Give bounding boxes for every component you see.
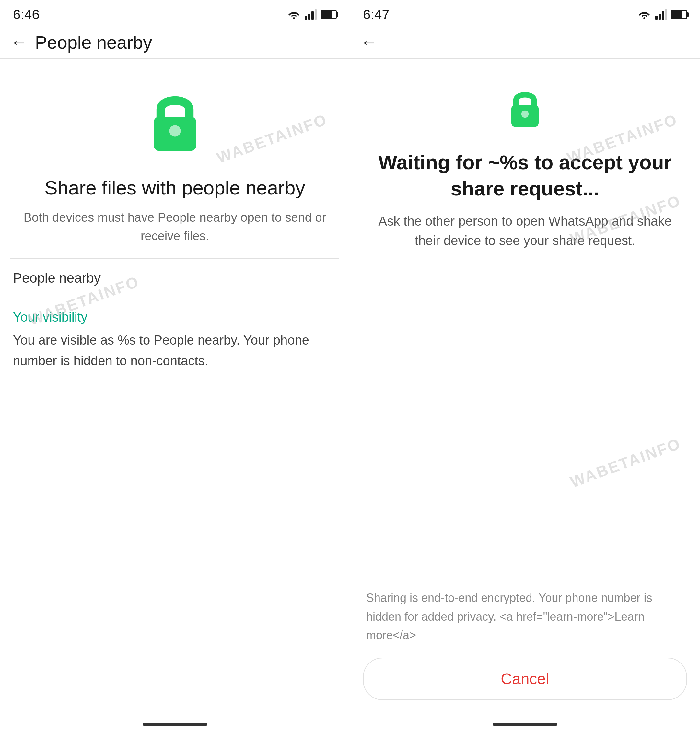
content-right: Waiting for ~%s to accept your share req… — [350, 59, 700, 713]
lock-icon-left — [139, 85, 211, 156]
svg-rect-4 — [315, 9, 317, 20]
cancel-button[interactable]: Cancel — [363, 658, 687, 700]
visibility-label: Your visibility — [0, 298, 350, 330]
status-bar-right: 6:47 — [350, 0, 700, 26]
lock-icon-container-right — [350, 59, 700, 149]
svg-point-0 — [293, 17, 295, 19]
svg-rect-9 — [659, 13, 661, 20]
waiting-title: Waiting for ~%s to accept your share req… — [350, 149, 700, 211]
back-button-left[interactable]: ← — [10, 34, 27, 50]
nav-bar-right — [350, 713, 700, 739]
status-time-right: 6:47 — [363, 7, 390, 22]
signal-icon-left — [305, 9, 317, 20]
svg-rect-2 — [308, 13, 310, 20]
svg-rect-10 — [662, 11, 664, 20]
nav-indicator-right — [493, 723, 557, 726]
header-right: ← — [350, 26, 700, 58]
back-button-right[interactable]: ← — [360, 34, 377, 50]
wifi-icon-left — [287, 9, 301, 20]
left-phone-screen: 6:46 ← People nearby — [0, 0, 350, 739]
signal-icon-right — [655, 9, 667, 20]
svg-rect-8 — [655, 16, 657, 20]
wifi-icon-right — [637, 9, 651, 20]
svg-point-13 — [521, 110, 529, 118]
lock-icon-container-left — [0, 59, 350, 175]
status-icons-right — [637, 9, 687, 20]
subtitle-left: Both devices must have People nearby ope… — [0, 208, 350, 258]
page-title-left: People nearby — [35, 32, 152, 53]
privacy-note: Sharing is end-to-end encrypted. Your ph… — [363, 589, 687, 645]
status-icons-left — [287, 9, 337, 20]
nav-bar-left — [0, 713, 350, 739]
header-left: ← People nearby — [0, 26, 350, 58]
svg-point-7 — [643, 17, 645, 19]
content-left: Share files with people nearby Both devi… — [0, 59, 350, 713]
lock-icon-right — [502, 85, 548, 130]
status-time-left: 6:46 — [13, 7, 40, 22]
battery-icon-right — [671, 10, 687, 19]
people-nearby-label: People nearby — [13, 270, 101, 286]
nav-indicator-left — [143, 723, 207, 726]
status-bar-left: 6:46 — [0, 0, 350, 26]
svg-rect-3 — [312, 11, 314, 20]
bottom-area-right: Sharing is end-to-end encrypted. Your ph… — [350, 589, 700, 713]
main-title-left: Share files with people nearby — [0, 175, 350, 208]
svg-rect-1 — [305, 16, 307, 20]
people-nearby-section[interactable]: People nearby — [0, 259, 350, 298]
waiting-subtitle: Ask the other person to open WhatsApp an… — [350, 211, 700, 263]
right-phone-screen: 6:47 ← — [350, 0, 700, 739]
svg-rect-11 — [665, 9, 667, 20]
visibility-description: You are visible as %s to People nearby. … — [0, 330, 350, 383]
svg-point-6 — [169, 125, 181, 137]
battery-icon-left — [321, 10, 337, 19]
